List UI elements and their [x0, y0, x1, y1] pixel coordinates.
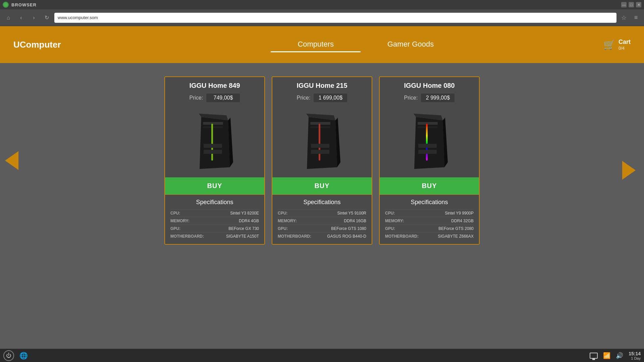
spec-label: MEMORY:: [385, 219, 404, 223]
spec-row: MOTHERBOARD: GASUS ROG B440-D: [278, 232, 366, 240]
minimize-button[interactable]: —: [621, 2, 627, 7]
maximize-button[interactable]: □: [629, 2, 634, 7]
website-content: UComputer Computers Gamer Goods 🛒 Cart 0…: [0, 26, 644, 349]
spec-value: SIGABYTE A150T: [226, 234, 259, 239]
cart-count: 0/4: [619, 46, 631, 51]
home-button[interactable]: ⌂: [3, 13, 13, 23]
svg-rect-3: [203, 122, 223, 125]
svg-marker-8: [307, 117, 337, 169]
buy-button-2[interactable]: BUY: [380, 177, 479, 194]
svg-marker-0: [200, 117, 230, 169]
product-card-1: IGGU Home 215 Price: 1 699,00$ BUY Speci…: [272, 76, 372, 245]
price-row: Price: 1 699,00$: [278, 94, 366, 102]
spec-label: MEMORY:: [278, 219, 297, 223]
nav-gamer-goods[interactable]: Gamer Goods: [361, 37, 461, 52]
site-header: UComputer Computers Gamer Goods 🛒 Cart 0…: [0, 26, 644, 63]
spec-value: DDR4 4GB: [239, 219, 259, 223]
svg-rect-23: [418, 150, 437, 154]
cart-icon: 🛒: [603, 39, 615, 50]
taskbar-clock: 15:14 1 Day: [629, 351, 641, 360]
spec-row: MOTHERBOARD: SIGABYTE Z666AX: [385, 232, 474, 240]
specs-title: Specifications: [278, 199, 366, 206]
spec-row: GPU: BEForce GTS 2080: [385, 225, 474, 232]
site-nav: Computers Gamer Goods: [128, 37, 603, 52]
left-arrow-icon: [5, 151, 18, 170]
spec-row: CPU: Sintel Y9 9900P: [385, 209, 474, 217]
spec-value: DDR4 32GB: [451, 219, 474, 223]
spec-row: MEMORY: DDR4 32GB: [385, 217, 474, 225]
price-value: 749,00$: [206, 94, 240, 102]
browser-navbar: ⌂ ‹ › ↻ www.ucomputer.som ☆ ≡: [0, 9, 644, 26]
spec-row: CPU: Sintel Y3 8200E: [170, 209, 259, 217]
svg-rect-19: [418, 122, 438, 125]
spec-label: GPU:: [278, 226, 288, 231]
price-label: Price:: [297, 95, 311, 101]
display-icon: [590, 353, 598, 359]
browser-title: BROWSER: [11, 2, 37, 7]
price-value: 2 999,00$: [421, 94, 454, 102]
product-card-2: IGGU Home 080 Price: 2 999,00$: [379, 76, 480, 245]
back-button[interactable]: ‹: [16, 13, 26, 23]
site-main-content: IGGU Home 849 Price: 749,00$ BUY Specifi…: [0, 63, 644, 258]
card-top: IGGU Home 080 Price: 2 999,00$: [380, 77, 479, 110]
spec-row: MEMORY: DDR4 16GB: [278, 217, 366, 225]
volume-icon: 🔊: [616, 352, 623, 359]
buy-button-1[interactable]: BUY: [272, 177, 372, 194]
clock-date: 1 Day: [629, 356, 641, 360]
cart-area[interactable]: 🛒 Cart 0/4: [603, 39, 631, 51]
svg-rect-6: [204, 144, 222, 148]
nav-computers[interactable]: Computers: [271, 37, 361, 52]
price-row: Price: 749,00$: [170, 94, 259, 102]
spec-label: MOTHERBOARD:: [385, 234, 419, 239]
svg-rect-11: [310, 122, 330, 125]
specs-title: Specifications: [170, 199, 259, 206]
spec-label: MEMORY:: [170, 219, 190, 223]
spec-value: Sintel Y3 8200E: [230, 211, 259, 216]
spec-row: MOTHERBOARD: SIGABYTE A150T: [170, 232, 259, 240]
spec-label: CPU:: [278, 211, 287, 216]
spec-value: BEForce GX 730: [228, 226, 259, 231]
menu-icon[interactable]: ≡: [631, 13, 641, 22]
svg-rect-5: [211, 124, 213, 161]
url-bar[interactable]: www.ucomputer.som: [54, 13, 616, 23]
price-value: 1 699,00$: [314, 94, 347, 102]
clock-time: 15:14: [629, 351, 641, 356]
browser-titlebar: BROWSER — □ ✕: [0, 0, 644, 9]
price-label: Price:: [404, 95, 418, 101]
svg-marker-16: [414, 117, 444, 169]
bookmark-icon[interactable]: ☆: [619, 13, 629, 22]
specs-section: Specifications CPU: Sintel Y3 8200E MEMO…: [165, 194, 264, 244]
card-top: IGGU Home 849 Price: 749,00$: [165, 77, 264, 110]
nav-right: ☆ ≡: [619, 13, 641, 22]
next-arrow-button[interactable]: [621, 162, 637, 179]
spec-value: DDR4 16GB: [344, 219, 366, 223]
svg-rect-13: [319, 124, 320, 161]
power-button[interactable]: ⏻: [3, 350, 14, 361]
forward-button[interactable]: ›: [29, 13, 39, 23]
wifi-icon: 📶: [603, 352, 610, 359]
svg-rect-14: [311, 144, 329, 148]
spec-label: MOTHERBOARD:: [278, 234, 311, 239]
specs-section: Specifications CPU: Sintel Y9 9900P MEMO…: [380, 194, 479, 244]
spec-value: BEForce GTS 1080: [331, 226, 366, 231]
spec-row: CPU: Sintel Y5 9100R: [278, 209, 366, 217]
spec-label: MOTHERBOARD:: [170, 234, 204, 239]
specs-title: Specifications: [385, 199, 474, 206]
reload-button[interactable]: ↻: [42, 13, 52, 23]
spec-label: GPU:: [385, 226, 395, 231]
browser-favicon: [3, 2, 9, 8]
price-label: Price:: [190, 95, 203, 101]
close-button[interactable]: ✕: [636, 2, 641, 7]
right-arrow-icon: [622, 161, 636, 180]
taskbar-right: 📶 🔊 15:14 1 Day: [590, 351, 641, 360]
product-name: IGGU Home 080: [385, 82, 474, 89]
svg-rect-22: [418, 144, 437, 148]
spec-label: GPU:: [170, 226, 180, 231]
globe-icon[interactable]: 🌐: [18, 350, 29, 361]
prev-arrow-button[interactable]: [3, 152, 20, 169]
spec-label: CPU:: [170, 211, 180, 216]
spec-row: GPU: BEForce GX 730: [170, 225, 259, 232]
spec-value: GASUS ROG B440-D: [327, 234, 366, 239]
buy-button-0[interactable]: BUY: [165, 177, 264, 194]
spec-label: CPU:: [385, 211, 395, 216]
